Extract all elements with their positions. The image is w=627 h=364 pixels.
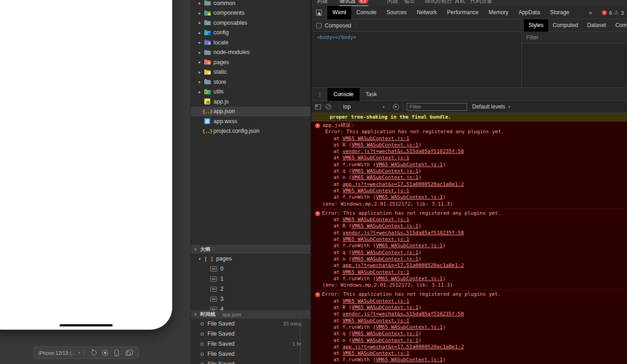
tab-network[interactable]: Network bbox=[412, 6, 442, 19]
stack-link[interactable]: VM65 WASubContext.js:1 bbox=[352, 168, 419, 174]
wxml-body-node[interactable]: <body></body> bbox=[317, 34, 356, 40]
tab-memory[interactable]: Memory bbox=[484, 6, 513, 19]
tree-item-utils[interactable]: ▸utils bbox=[191, 87, 311, 97]
tree-item-app.wxss[interactable]: app.wxss bbox=[191, 116, 311, 126]
stack-link[interactable]: vendor.js?t=wechat&s…515da85af510235f:58 bbox=[343, 230, 464, 236]
phone-preview-screen[interactable] bbox=[0, 0, 172, 330]
tree-item-config[interactable]: ▸config bbox=[191, 28, 311, 38]
stack-link[interactable]: VM65 WASubContext.js:1 bbox=[343, 350, 409, 356]
stack-link[interactable]: VM65 WASubContext.js:1 bbox=[352, 256, 419, 262]
tree-item-app.js[interactable]: JSapp.js bbox=[191, 97, 311, 107]
record-icon[interactable] bbox=[99, 349, 111, 357]
tree-item-pages[interactable]: ▸pages bbox=[191, 57, 311, 67]
stack-link[interactable]: VM65 WASubContext.js:1 bbox=[352, 250, 419, 255]
tree-item-app.json[interactable]: {..}app.json bbox=[191, 107, 311, 117]
window-tab-4[interactable]: 输出 bbox=[404, 0, 415, 6]
stack-link[interactable]: VM65 WASubContext.js:1 bbox=[343, 188, 409, 194]
stack-link[interactable]: VM65 WASubContext.js:1 bbox=[376, 324, 443, 330]
styles-tab-computed[interactable]: Computed bbox=[548, 19, 583, 32]
window-tab-1[interactable]: 构建 bbox=[317, 0, 328, 6]
tree-item-components[interactable]: ▸components bbox=[191, 8, 311, 18]
stack-link[interactable]: VM65 WASubContext.js:1 bbox=[352, 304, 419, 310]
outline-item-2[interactable]: abc2 bbox=[191, 284, 311, 294]
timeline-entry[interactable]: File Saved1 hr bbox=[191, 339, 311, 349]
rotate-icon[interactable] bbox=[88, 349, 100, 357]
timeline-entry[interactable]: File Saved33 mins bbox=[191, 319, 311, 329]
device-selector[interactable]: iPhone 12/13 (... ▼ bbox=[38, 350, 81, 356]
tree-item-common[interactable]: ▸common bbox=[191, 0, 311, 8]
more-tabs-icon[interactable]: » bbox=[589, 9, 592, 16]
show-sidebar-icon[interactable] bbox=[315, 104, 321, 109]
timeline-entry[interactable]: File Saved bbox=[191, 349, 311, 359]
stack-link[interactable]: VM65 WASubContext.js:1 bbox=[376, 162, 443, 168]
stack-link[interactable]: VM65 WASubContext.js:1 bbox=[343, 217, 409, 223]
stack-link[interactable]: vendor.js?t=wechat&s…515da85af510235f:58 bbox=[343, 311, 464, 317]
inspect-element-icon[interactable] bbox=[316, 10, 322, 16]
timeline-entry[interactable]: File Saved bbox=[191, 359, 311, 364]
outline-node-pages[interactable]: ▾ [ ] pages bbox=[191, 254, 311, 264]
stack-link[interactable]: VM65 WASubContext.js:1 bbox=[376, 194, 443, 200]
window-tab-7[interactable]: 代码质量 bbox=[470, 0, 492, 6]
stack-link[interactable]: VM65 WASubContext.js:1 bbox=[343, 298, 409, 304]
outline-item-4[interactable]: abc4 bbox=[191, 304, 311, 310]
outline-item-0[interactable]: abc0 bbox=[191, 264, 311, 274]
stack-link[interactable]: VM65 WASubContext.js:1 bbox=[376, 276, 443, 282]
styles-tab-dataset[interactable]: Dataset bbox=[583, 19, 611, 32]
stack-link[interactable]: VM65 WASubContext.js:1 bbox=[343, 269, 409, 275]
tree-item-locale[interactable]: ▸locale bbox=[191, 38, 311, 48]
tab-sources[interactable]: Sources bbox=[382, 6, 412, 19]
stack-link[interactable]: VM65 WASubContext.js:1 bbox=[343, 318, 409, 324]
styles-tab-styles[interactable]: Styles bbox=[524, 19, 548, 32]
multi-window-icon[interactable] bbox=[122, 349, 134, 357]
styles-filter-input[interactable]: Filter bbox=[522, 32, 627, 43]
console-tab-console[interactable]: Console bbox=[327, 88, 360, 101]
stack-link[interactable]: VM65 WASubContext.js:1 bbox=[352, 337, 419, 343]
window-tab-3[interactable]: 问题 bbox=[387, 0, 398, 6]
tab-storage[interactable]: Storage bbox=[545, 6, 574, 19]
stack-link[interactable]: VM65 WASubContext.js:1 bbox=[376, 357, 443, 363]
stack-link[interactable]: VM65 WASubContext.js:1 bbox=[352, 223, 419, 229]
tree-item-static[interactable]: ▸static bbox=[191, 67, 311, 77]
stack-link[interactable]: VM65 WASubContext.js:1 bbox=[352, 142, 419, 148]
clear-console-icon[interactable] bbox=[326, 104, 331, 109]
kebab-menu-icon[interactable]: ⋮ bbox=[317, 91, 323, 98]
tab-performance[interactable]: Performance bbox=[442, 6, 484, 19]
tab-appdata[interactable]: AppData bbox=[513, 6, 545, 19]
tab-wxml[interactable]: Wxml bbox=[327, 6, 351, 19]
live-expression-icon[interactable] bbox=[393, 104, 399, 110]
stack-link[interactable]: app.js?t=wechat&s=17…51a0000520ac1a8e1:2 bbox=[343, 181, 464, 187]
outline-item-3[interactable]: abc3 bbox=[191, 294, 311, 304]
window-tab-2[interactable]: 调试器6,3 bbox=[339, 0, 368, 6]
tree-item-composables[interactable]: ▸composables bbox=[191, 18, 311, 28]
folder-icon bbox=[203, 59, 211, 65]
console-filter-input[interactable] bbox=[407, 103, 467, 111]
stack-link[interactable]: VM65 WASubContext.js:1 bbox=[343, 155, 409, 161]
timeline-entry[interactable]: File Saved bbox=[191, 329, 311, 339]
stack-frame: at VM65 WASubContext.js:1 bbox=[311, 188, 627, 194]
window-tab-5[interactable]: 调试控制台 bbox=[425, 0, 452, 6]
tree-item-store[interactable]: ▸store bbox=[191, 77, 311, 87]
stack-link[interactable]: VM65 WASubContext.js:1 bbox=[343, 136, 409, 141]
outline-item-1[interactable]: abc1 bbox=[191, 274, 311, 284]
stack-link[interactable]: VM65 WASubContext.js:1 bbox=[352, 331, 419, 337]
window-tab-6[interactable]: 真机 bbox=[454, 0, 465, 6]
log-levels-selector[interactable]: Default levels ▼ bbox=[472, 103, 511, 110]
chevron-right-icon: ▸ bbox=[197, 20, 202, 25]
stack-link[interactable]: app.js?t=wechat&s=17…51a0000520ac1a8e1:2 bbox=[343, 344, 464, 350]
tree-item-project.config.json[interactable]: {..}project.config.json bbox=[191, 126, 311, 136]
stack-link[interactable]: VM65 WASubContext.js:1 bbox=[352, 174, 419, 180]
stack-link[interactable]: VM65 WASubContext.js:1 bbox=[343, 236, 409, 242]
console-tab-task[interactable]: Task bbox=[360, 88, 383, 101]
styles-tab-component[interactable]: Component bbox=[611, 19, 627, 32]
context-selector[interactable]: top ▼ bbox=[343, 103, 385, 110]
stack-link[interactable]: VM65 WASubContext.js:1 bbox=[376, 243, 443, 249]
stack-link[interactable]: app.js?t=wechat&s=17…51a0000520ac1a8e1:2 bbox=[343, 262, 464, 268]
styles-pane: Filter bbox=[521, 32, 627, 88]
stack-link[interactable]: vendor.js?t=wechat&s…515da85af510235f:58 bbox=[343, 148, 464, 154]
timeline-section-header[interactable]: ∨ 时间线 app.json bbox=[191, 310, 311, 319]
outline-section-header[interactable]: ∨ 大纲 bbox=[191, 245, 311, 254]
tab-console[interactable]: Console bbox=[351, 6, 382, 19]
tree-item-node-modules[interactable]: ▸node-modules bbox=[191, 48, 311, 58]
composed-checkbox[interactable] bbox=[316, 23, 322, 28]
portrait-icon[interactable] bbox=[111, 349, 122, 357]
